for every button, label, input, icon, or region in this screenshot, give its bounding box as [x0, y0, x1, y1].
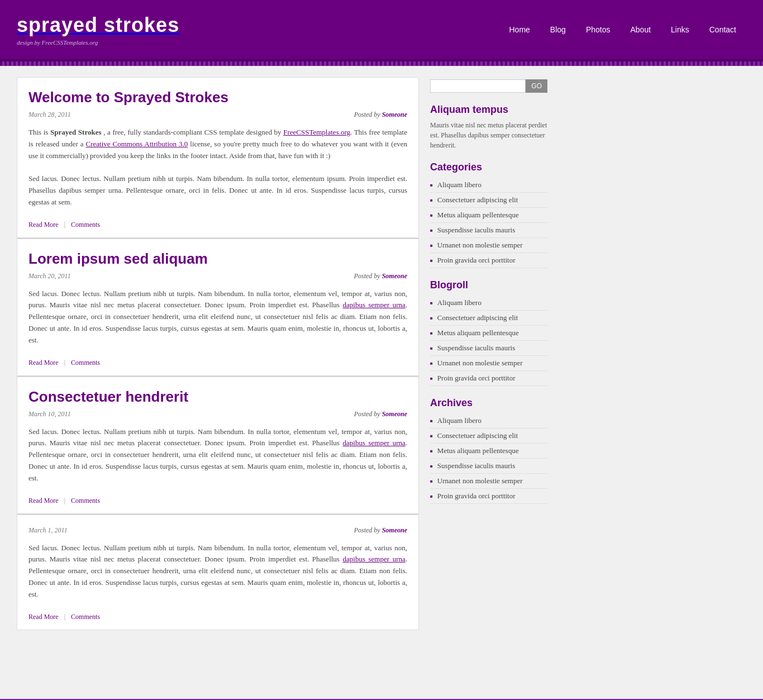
- list-item: Metus aliquam pellentesque: [430, 444, 547, 459]
- list-item: Urnanet non molestie semper: [430, 474, 547, 489]
- list-item: Proin gravida orci porttitor: [430, 253, 547, 268]
- post-2-title-link[interactable]: Lorem ipsum sed aliquam: [28, 250, 208, 267]
- post-4-author-wrap: Posted by Someone: [354, 526, 407, 535]
- site-header: sprayed strokes design by FreeCSSTemplat…: [0, 0, 763, 61]
- archive-link-5[interactable]: Proin gravida orci porttitor: [437, 492, 516, 501]
- freecss-link[interactable]: FreeCSSTemplates.org: [283, 128, 350, 136]
- nav-home[interactable]: Home: [499, 21, 540, 39]
- categories-section: Categories Aliquam libero Consectetuer a…: [430, 161, 547, 268]
- blogroll-link-1[interactable]: Consectetuer adipiscing elit: [437, 313, 518, 322]
- site-title-link[interactable]: sprayed strokes: [17, 13, 179, 37]
- search-input[interactable]: [430, 79, 526, 93]
- post-1-date: March 28, 2011: [28, 111, 71, 119]
- post-1-body2: Sed lacus. Donec lectus. Nullam pretium …: [28, 173, 407, 208]
- main-nav: Home Blog Photos About Links Contact: [499, 21, 746, 39]
- post-3: Consectetuer hendrerit March 10, 2011 Po…: [17, 377, 419, 514]
- post-3-title-link[interactable]: Consectetuer hendrerit: [28, 388, 188, 405]
- list-item: Urnanet non molestie semper: [430, 238, 547, 253]
- post-3-comments[interactable]: Comments: [71, 497, 100, 505]
- header-border: [0, 61, 763, 66]
- post-3-date: March 10, 2011: [28, 410, 71, 418]
- category-link-5[interactable]: Proin gravida orci porttitor: [437, 256, 516, 265]
- post-1-read-more[interactable]: Read More: [28, 221, 59, 229]
- list-item: Metus aliquam pellentesque: [430, 326, 547, 341]
- archive-link-1[interactable]: Consectetuer adipiscing elit: [437, 431, 518, 440]
- blogroll-link-5[interactable]: Proin gravida orci porttitor: [437, 374, 516, 383]
- post-3-author[interactable]: Someone: [382, 410, 407, 418]
- post-2-date: March 20, 2011: [28, 272, 71, 280]
- post-4-read-more[interactable]: Read More: [28, 613, 59, 621]
- archives-list: Aliquam libero Consectetuer adipiscing e…: [430, 413, 547, 504]
- post-4-author[interactable]: Someone: [382, 526, 407, 534]
- archive-link-0[interactable]: Aliquam libero: [437, 416, 481, 425]
- post-2-read-more[interactable]: Read More: [28, 359, 59, 367]
- post-2-link[interactable]: dapibus semper urna: [343, 301, 406, 309]
- sidebar: GO Aliquam tempus Mauris vitae nisl nec …: [430, 77, 547, 688]
- archive-link-4[interactable]: Urnanet non molestie semper: [437, 477, 523, 485]
- blogroll-link-3[interactable]: Suspendisse iaculis mauris: [437, 344, 515, 353]
- list-item: Proin gravida orci porttitor: [430, 371, 547, 386]
- search-button[interactable]: GO: [526, 79, 547, 93]
- post-3-footer: Read More | Comments: [28, 491, 407, 505]
- post-2-body: Sed lacus. Donec lectus. Nullam pretium …: [28, 288, 407, 346]
- post-4: March 1, 2011 Posted by Someone Sed lacu…: [17, 515, 419, 630]
- post-4-link[interactable]: dapibus semper urna: [343, 555, 406, 563]
- post-3-meta: March 10, 2011 Posted by Someone: [28, 410, 407, 418]
- post-4-body: Sed lacus. Donec lectus. Nullam pretium …: [28, 542, 407, 601]
- nav-links[interactable]: Links: [661, 21, 699, 39]
- nav-blog[interactable]: Blog: [540, 21, 576, 39]
- nav-photos[interactable]: Photos: [576, 21, 621, 39]
- archives-title: Archives: [430, 397, 547, 409]
- post-2-meta: March 20, 2011 Posted by Someone: [28, 272, 407, 280]
- post-4-footer: Read More | Comments: [28, 607, 407, 621]
- list-item: Aliquam libero: [430, 178, 547, 193]
- list-item: Aliquam libero: [430, 413, 547, 428]
- blogroll-section: Blogroll Aliquam libero Consectetuer adi…: [430, 279, 547, 386]
- site-branding: sprayed strokes design by FreeCSSTemplat…: [17, 13, 179, 46]
- aliquam-section: Aliquam tempus Mauris vitae nisl nec met…: [430, 104, 547, 150]
- post-3-read-more[interactable]: Read More: [28, 497, 59, 505]
- post-4-comments[interactable]: Comments: [71, 613, 100, 621]
- cc-link[interactable]: Creative Commons Attribution 3.0: [86, 140, 188, 148]
- main-wrapper: Welcome to Sprayed Strokes March 28, 201…: [0, 66, 763, 699]
- list-item: Suspendisse iaculis mauris: [430, 223, 547, 238]
- post-1-author-wrap: Posted by Someone: [354, 111, 407, 119]
- post-3-link[interactable]: dapibus semper urna: [343, 439, 406, 447]
- nav-contact[interactable]: Contact: [699, 21, 746, 39]
- post-2-title: Lorem ipsum sed aliquam: [28, 250, 407, 268]
- content-area: Welcome to Sprayed Strokes March 28, 201…: [17, 77, 419, 688]
- categories-title: Categories: [430, 161, 547, 173]
- category-link-1[interactable]: Consectetuer adipiscing elit: [437, 196, 518, 204]
- list-item: Suspendisse iaculis mauris: [430, 341, 547, 356]
- post-3-title: Consectetuer hendrerit: [28, 388, 407, 406]
- list-item: Suspendisse iaculis mauris: [430, 459, 547, 474]
- categories-list: Aliquam libero Consectetuer adipiscing e…: [430, 178, 547, 268]
- post-2-comments[interactable]: Comments: [71, 359, 100, 367]
- list-item: Consectetuer adipiscing elit: [430, 311, 547, 326]
- category-link-2[interactable]: Metus aliquam pellentesque: [437, 211, 519, 220]
- post-4-meta: March 1, 2011 Posted by Someone: [28, 526, 407, 535]
- search-widget: GO: [430, 79, 547, 93]
- category-link-3[interactable]: Suspendisse iaculis mauris: [437, 226, 515, 235]
- aliquam-text: Mauris vitae nisl nec metus placerat per…: [430, 120, 547, 150]
- post-1-footer: Read More | Comments: [28, 215, 407, 229]
- list-item: Aliquam libero: [430, 296, 547, 311]
- category-link-4[interactable]: Urnanet non molestie semper: [437, 241, 523, 250]
- post-1-comments[interactable]: Comments: [71, 221, 100, 229]
- post-1: Welcome to Sprayed Strokes March 28, 201…: [17, 77, 419, 238]
- blogroll-title: Blogroll: [430, 279, 547, 291]
- nav-about[interactable]: About: [620, 21, 661, 39]
- site-title: sprayed strokes: [17, 13, 179, 37]
- category-link-0[interactable]: Aliquam libero: [437, 180, 481, 189]
- list-item: Proin gravida orci porttitor: [430, 489, 547, 504]
- blogroll-link-4[interactable]: Urnanet non molestie semper: [437, 359, 523, 368]
- post-1-title-link[interactable]: Welcome to Sprayed Strokes: [28, 89, 228, 106]
- archive-link-3[interactable]: Suspendisse iaculis mauris: [437, 461, 515, 470]
- post-1-body: This is Sprayed Strokes , a free, fully …: [28, 127, 407, 208]
- post-2-author[interactable]: Someone: [382, 272, 407, 280]
- post-1-author[interactable]: Someone: [382, 111, 407, 118]
- blogroll-link-0[interactable]: Aliquam libero: [437, 298, 481, 307]
- blogroll-link-2[interactable]: Metus aliquam pellentesque: [437, 328, 519, 337]
- archive-link-2[interactable]: Metus aliquam pellentesque: [437, 446, 519, 455]
- site-subtitle: design by FreeCSSTemplates.org: [17, 39, 179, 46]
